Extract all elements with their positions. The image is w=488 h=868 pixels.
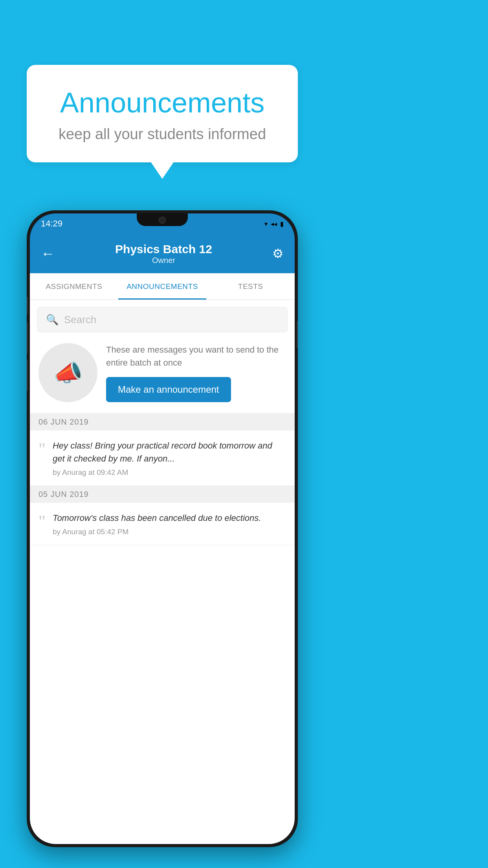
front-camera (159, 217, 166, 224)
promo-description: These are messages you want to send to t… (106, 343, 286, 369)
speech-bubble: Announcements keep all your students inf… (27, 65, 298, 162)
signal-icon: ◂◂ (271, 220, 277, 228)
volume-up-button (27, 322, 28, 354)
quote-icon-1: " (39, 441, 46, 458)
search-placeholder: Search (64, 314, 96, 326)
search-bar[interactable]: 🔍 Search (37, 307, 288, 332)
status-time: 14:29 (41, 219, 62, 229)
phone-frame: 14:29 ▾ ◂◂ ▮ ← Physics Batch 12 Owner ⚙ … (27, 210, 298, 847)
app-bar: ← Physics Batch 12 Owner ⚙ (30, 234, 295, 273)
megaphone-icon: 📣 (53, 359, 83, 387)
announcement-content-1: Hey class! Bring your practical record b… (53, 439, 286, 477)
announcement-item-1[interactable]: " Hey class! Bring your practical record… (30, 430, 295, 486)
battery-icon: ▮ (280, 220, 284, 228)
make-announcement-button[interactable]: Make an announcement (106, 377, 231, 402)
date-separator-1: 06 JUN 2019 (30, 414, 295, 430)
speech-bubble-subtitle: keep all your students informed (42, 126, 282, 143)
wifi-icon: ▾ (264, 220, 268, 228)
announcement-text-1: Hey class! Bring your practical record b… (53, 439, 286, 465)
tab-announcements[interactable]: ANNOUNCEMENTS (118, 273, 207, 300)
announcement-meta-2: by Anurag at 05:42 PM (53, 528, 286, 536)
announcement-text-2: Tomorrow's class has been cancelled due … (53, 511, 286, 524)
announcement-item-2[interactable]: " Tomorrow's class has been cancelled du… (30, 503, 295, 545)
search-icon: 🔍 (46, 314, 59, 326)
power-button (297, 320, 298, 348)
phone-screen: 14:29 ▾ ◂◂ ▮ ← Physics Batch 12 Owner ⚙ … (30, 213, 295, 844)
promo-icon-circle: 📣 (39, 343, 97, 402)
phone-notch (137, 213, 188, 226)
user-role: Owner (115, 256, 212, 265)
app-bar-center: Physics Batch 12 Owner (115, 243, 212, 265)
tab-bar: ASSIGNMENTS ANNOUNCEMENTS TESTS (30, 273, 295, 300)
volume-down-button (27, 360, 28, 391)
tab-tests[interactable]: TESTS (206, 273, 295, 300)
date-separator-2: 05 JUN 2019 (30, 486, 295, 503)
back-button[interactable]: ← (41, 245, 55, 262)
content-area: 🔍 Search 📣 These are messages you want t… (30, 300, 295, 844)
announcement-promo: 📣 These are messages you want to send to… (30, 332, 295, 414)
quote-icon-2: " (39, 513, 46, 530)
announcement-meta-1: by Anurag at 09:42 AM (53, 468, 286, 477)
mute-button (27, 297, 28, 314)
tab-assignments[interactable]: ASSIGNMENTS (30, 273, 118, 300)
promo-right: These are messages you want to send to t… (106, 343, 286, 402)
announcement-content-2: Tomorrow's class has been cancelled due … (53, 511, 286, 536)
batch-name: Physics Batch 12 (115, 243, 212, 256)
speech-bubble-title: Announcements (42, 86, 282, 119)
status-icons: ▾ ◂◂ ▮ (264, 220, 284, 228)
settings-button[interactable]: ⚙ (272, 246, 284, 261)
